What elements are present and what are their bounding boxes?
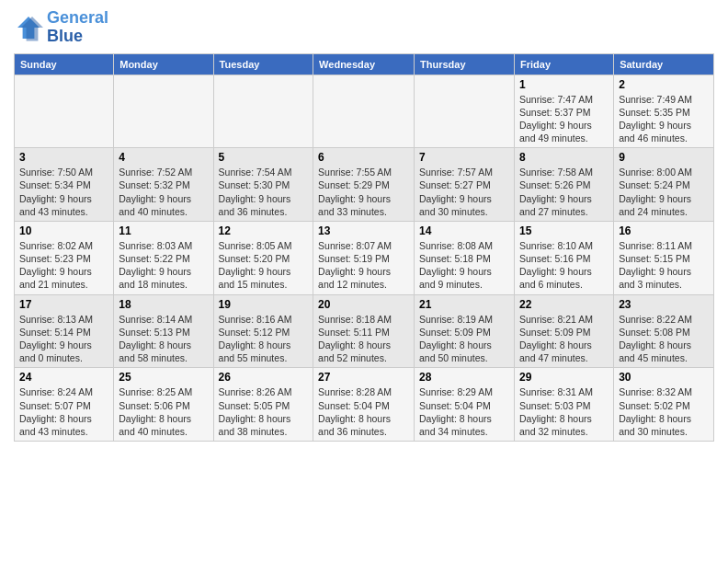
column-header-thursday: Thursday — [415, 53, 515, 75]
calendar-cell: 29Sunrise: 8:31 AM Sunset: 5:03 PM Dayli… — [514, 368, 613, 442]
day-info: Sunrise: 8:08 AM Sunset: 5:18 PM Dayligh… — [419, 239, 509, 292]
day-info: Sunrise: 8:21 AM Sunset: 5:09 PM Dayligh… — [519, 313, 609, 365]
calendar-cell: 6Sunrise: 7:55 AM Sunset: 5:29 PM Daylig… — [313, 148, 415, 222]
column-header-tuesday: Tuesday — [213, 53, 313, 75]
day-info: Sunrise: 8:18 AM Sunset: 5:11 PM Dayligh… — [318, 313, 409, 365]
day-info: Sunrise: 8:22 AM Sunset: 5:08 PM Dayligh… — [619, 313, 709, 365]
calendar-cell: 26Sunrise: 8:26 AM Sunset: 5:05 PM Dayli… — [213, 368, 313, 442]
day-number: 9 — [619, 151, 709, 164]
calendar-cell — [15, 75, 114, 148]
calendar-cell: 16Sunrise: 8:11 AM Sunset: 5:15 PM Dayli… — [614, 221, 714, 294]
calendar-cell: 12Sunrise: 8:05 AM Sunset: 5:20 PM Dayli… — [213, 221, 313, 294]
calendar-cell: 8Sunrise: 7:58 AM Sunset: 5:26 PM Daylig… — [514, 148, 613, 222]
day-info: Sunrise: 8:19 AM Sunset: 5:09 PM Dayligh… — [419, 313, 509, 365]
day-number: 16 — [619, 224, 709, 237]
day-info: Sunrise: 8:24 AM Sunset: 5:07 PM Dayligh… — [19, 385, 108, 438]
calendar-cell: 11Sunrise: 8:03 AM Sunset: 5:22 PM Dayli… — [114, 221, 213, 294]
calendar-table: SundayMondayTuesdayWednesdayThursdayFrid… — [14, 53, 714, 442]
calendar-cell: 17Sunrise: 8:13 AM Sunset: 5:14 PM Dayli… — [15, 294, 114, 368]
column-header-friday: Friday — [514, 53, 613, 75]
day-number: 3 — [19, 151, 108, 164]
day-number: 20 — [318, 298, 409, 311]
day-number: 14 — [419, 224, 509, 237]
calendar-week-row: 10Sunrise: 8:02 AM Sunset: 5:23 PM Dayli… — [15, 221, 714, 294]
calendar-cell — [213, 75, 313, 148]
day-number: 5 — [219, 151, 309, 164]
day-info: Sunrise: 8:31 AM Sunset: 5:03 PM Dayligh… — [519, 385, 609, 438]
calendar-cell: 20Sunrise: 8:18 AM Sunset: 5:11 PM Dayli… — [313, 294, 415, 368]
logo-text: General Blue — [47, 9, 108, 46]
calendar-cell: 1Sunrise: 7:47 AM Sunset: 5:37 PM Daylig… — [514, 75, 613, 148]
calendar-cell: 13Sunrise: 8:07 AM Sunset: 5:19 PM Dayli… — [313, 221, 415, 294]
column-header-wednesday: Wednesday — [313, 53, 415, 75]
calendar-cell — [415, 75, 515, 148]
day-number: 10 — [19, 224, 108, 237]
day-info: Sunrise: 8:28 AM Sunset: 5:04 PM Dayligh… — [318, 385, 409, 438]
calendar-cell: 2Sunrise: 7:49 AM Sunset: 5:35 PM Daylig… — [614, 75, 714, 148]
day-number: 22 — [519, 298, 609, 311]
calendar-cell: 15Sunrise: 8:10 AM Sunset: 5:16 PM Dayli… — [514, 221, 613, 294]
page-container: General Blue SundayMondayTuesdayWednesda… — [0, 0, 728, 446]
day-number: 21 — [419, 298, 509, 311]
day-number: 6 — [318, 151, 409, 164]
day-number: 24 — [19, 371, 108, 384]
calendar-week-row: 3Sunrise: 7:50 AM Sunset: 5:34 PM Daylig… — [15, 148, 714, 222]
calendar-cell: 21Sunrise: 8:19 AM Sunset: 5:09 PM Dayli… — [415, 294, 515, 368]
day-info: Sunrise: 8:16 AM Sunset: 5:12 PM Dayligh… — [219, 313, 309, 365]
column-header-saturday: Saturday — [614, 53, 714, 75]
day-info: Sunrise: 7:58 AM Sunset: 5:26 PM Dayligh… — [519, 166, 609, 218]
day-number: 26 — [219, 371, 309, 384]
calendar-cell: 19Sunrise: 8:16 AM Sunset: 5:12 PM Dayli… — [213, 294, 313, 368]
calendar-header-row: SundayMondayTuesdayWednesdayThursdayFrid… — [15, 53, 714, 75]
column-header-sunday: Sunday — [15, 53, 114, 75]
calendar-week-row: 17Sunrise: 8:13 AM Sunset: 5:14 PM Dayli… — [15, 294, 714, 368]
day-number: 29 — [519, 371, 609, 384]
day-info: Sunrise: 7:49 AM Sunset: 5:35 PM Dayligh… — [619, 93, 709, 145]
calendar-cell: 5Sunrise: 7:54 AM Sunset: 5:30 PM Daylig… — [213, 148, 313, 222]
day-number: 15 — [519, 224, 609, 237]
day-number: 4 — [119, 151, 208, 164]
day-number: 1 — [519, 78, 609, 91]
day-info: Sunrise: 8:26 AM Sunset: 5:05 PM Dayligh… — [219, 385, 309, 438]
day-number: 7 — [419, 151, 509, 164]
column-header-monday: Monday — [114, 53, 213, 75]
logo-icon — [14, 13, 43, 42]
calendar-cell: 14Sunrise: 8:08 AM Sunset: 5:18 PM Dayli… — [415, 221, 515, 294]
day-info: Sunrise: 8:14 AM Sunset: 5:13 PM Dayligh… — [119, 313, 208, 365]
day-info: Sunrise: 8:05 AM Sunset: 5:20 PM Dayligh… — [219, 239, 309, 292]
calendar-cell: 18Sunrise: 8:14 AM Sunset: 5:13 PM Dayli… — [114, 294, 213, 368]
calendar-cell: 4Sunrise: 7:52 AM Sunset: 5:32 PM Daylig… — [114, 148, 213, 222]
day-info: Sunrise: 7:52 AM Sunset: 5:32 PM Dayligh… — [119, 166, 208, 218]
day-info: Sunrise: 8:29 AM Sunset: 5:04 PM Dayligh… — [419, 385, 509, 438]
day-number: 23 — [619, 298, 709, 311]
calendar-cell — [114, 75, 213, 148]
header: General Blue — [14, 9, 714, 46]
calendar-cell: 27Sunrise: 8:28 AM Sunset: 5:04 PM Dayli… — [313, 368, 415, 442]
logo: General Blue — [14, 9, 108, 46]
day-info: Sunrise: 8:02 AM Sunset: 5:23 PM Dayligh… — [19, 239, 108, 292]
calendar-cell: 28Sunrise: 8:29 AM Sunset: 5:04 PM Dayli… — [415, 368, 515, 442]
day-number: 30 — [619, 371, 709, 384]
day-info: Sunrise: 8:07 AM Sunset: 5:19 PM Dayligh… — [318, 239, 409, 292]
day-info: Sunrise: 8:25 AM Sunset: 5:06 PM Dayligh… — [119, 385, 208, 438]
day-info: Sunrise: 7:47 AM Sunset: 5:37 PM Dayligh… — [519, 93, 609, 145]
day-number: 11 — [119, 224, 208, 237]
day-number: 25 — [119, 371, 208, 384]
day-number: 13 — [318, 224, 409, 237]
calendar-cell: 10Sunrise: 8:02 AM Sunset: 5:23 PM Dayli… — [15, 221, 114, 294]
day-number: 17 — [19, 298, 108, 311]
day-info: Sunrise: 7:57 AM Sunset: 5:27 PM Dayligh… — [419, 166, 509, 218]
calendar-cell: 9Sunrise: 8:00 AM Sunset: 5:24 PM Daylig… — [614, 148, 714, 222]
calendar-cell: 7Sunrise: 7:57 AM Sunset: 5:27 PM Daylig… — [415, 148, 515, 222]
day-info: Sunrise: 7:55 AM Sunset: 5:29 PM Dayligh… — [318, 166, 409, 218]
calendar-cell: 25Sunrise: 8:25 AM Sunset: 5:06 PM Dayli… — [114, 368, 213, 442]
day-info: Sunrise: 8:32 AM Sunset: 5:02 PM Dayligh… — [619, 385, 709, 438]
calendar-cell: 22Sunrise: 8:21 AM Sunset: 5:09 PM Dayli… — [514, 294, 613, 368]
day-info: Sunrise: 7:54 AM Sunset: 5:30 PM Dayligh… — [219, 166, 309, 218]
calendar-cell: 3Sunrise: 7:50 AM Sunset: 5:34 PM Daylig… — [15, 148, 114, 222]
calendar-cell: 24Sunrise: 8:24 AM Sunset: 5:07 PM Dayli… — [15, 368, 114, 442]
day-number: 8 — [519, 151, 609, 164]
day-number: 19 — [219, 298, 309, 311]
day-info: Sunrise: 8:00 AM Sunset: 5:24 PM Dayligh… — [619, 166, 709, 218]
day-info: Sunrise: 8:10 AM Sunset: 5:16 PM Dayligh… — [519, 239, 609, 292]
